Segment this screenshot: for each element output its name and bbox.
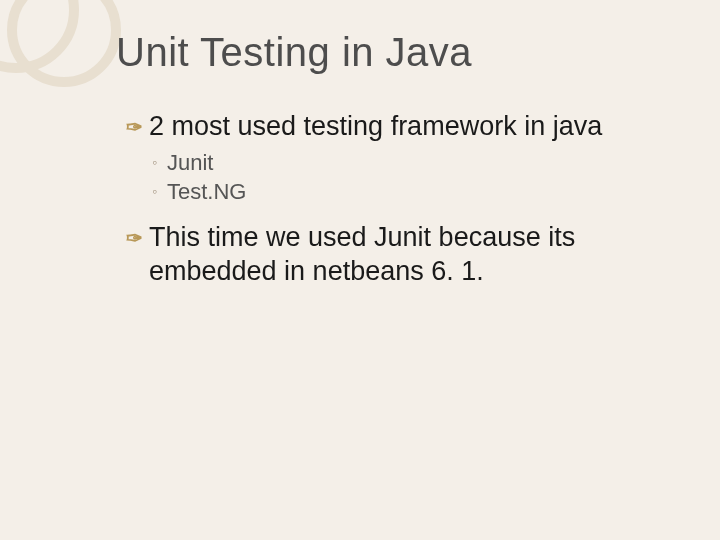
sub-item-text: Junit bbox=[167, 148, 213, 178]
svg-point-0 bbox=[0, 0, 74, 68]
sub-item: ◦ Test.NG bbox=[152, 177, 690, 207]
swirl-bullet-icon: ✑ bbox=[126, 226, 143, 251]
decorative-circles bbox=[0, 0, 124, 120]
slide-title: Unit Testing in Java bbox=[116, 30, 472, 75]
svg-point-1 bbox=[12, 0, 116, 82]
swirl-bullet-icon: ✑ bbox=[126, 115, 143, 140]
bullet-text: This time we used Junit because its embe… bbox=[149, 221, 690, 289]
ring-bullet-icon: ◦ bbox=[152, 182, 157, 201]
bullet-text: 2 most used testing framework in java bbox=[149, 110, 602, 144]
sub-item: ◦ Junit bbox=[152, 148, 690, 178]
bullet-item: ✑ 2 most used testing framework in java bbox=[126, 110, 690, 144]
ring-bullet-icon: ◦ bbox=[152, 153, 157, 172]
bullet-item: ✑ This time we used Junit because its em… bbox=[126, 221, 690, 289]
sub-item-text: Test.NG bbox=[167, 177, 246, 207]
slide-content: ✑ 2 most used testing framework in java … bbox=[126, 110, 690, 293]
sub-list: ◦ Junit ◦ Test.NG bbox=[152, 148, 690, 207]
